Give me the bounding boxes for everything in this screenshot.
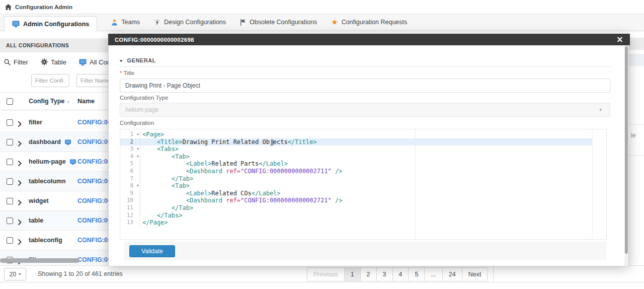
tab-configuration-requests[interactable]: ★Configuration Requests — [331, 14, 407, 31]
row-checkbox[interactable] — [7, 237, 13, 244]
general-section-header[interactable]: ▾ GENERAL — [120, 57, 156, 63]
scrollbar-thumb[interactable] — [625, 46, 628, 254]
tab-label: Teams — [121, 19, 140, 26]
row-checkbox[interactable] — [7, 218, 13, 224]
tab-obsolete-configurations[interactable]: Obsolete Configurations — [240, 14, 317, 31]
configuration-type-label: Configuration Type — [120, 95, 168, 101]
modal-header: CONFIG:0000000000002698 × — [108, 34, 630, 45]
expand-chevron-icon[interactable] — [18, 198, 22, 207]
modal-footer: Validate — [124, 242, 607, 260]
fold-caret-icon[interactable]: ▾ — [137, 153, 139, 161]
code-line-text: <Title>Drawing Print Related Objects</Ti… — [140, 138, 316, 146]
row-checkbox[interactable] — [7, 178, 13, 185]
sort-icon[interactable] — [67, 101, 69, 103]
horizontal-scrollbar[interactable] — [0, 258, 79, 263]
code-line-text: <Dashboard ref="CONFIG:0000000000002711"… — [140, 168, 342, 175]
tab-admin-configurations[interactable]: Admin Configurations — [4, 16, 97, 31]
code-line[interactable]: 2 <Title>Drawing Print Related Objects</… — [120, 138, 592, 146]
gear-icon — [41, 58, 48, 65]
gutter-line-number: 1▾ — [120, 131, 140, 138]
code-line[interactable]: 7 </Tab> — [120, 175, 592, 183]
code-line-text: </Tab> — [140, 204, 193, 212]
title-input[interactable] — [120, 79, 610, 93]
fold-caret-icon[interactable]: ▾ — [137, 146, 139, 153]
gutter-line-number: 7 — [120, 175, 140, 183]
gutter-line-number: 12 — [120, 212, 140, 220]
page-button-next[interactable]: Next — [462, 267, 488, 281]
search-icon — [4, 59, 11, 65]
gutter-line-number: 3▾ — [120, 146, 140, 153]
code-line[interactable]: 6 <Dashboard ref="CONFIG:000000000000271… — [120, 168, 592, 175]
code-line[interactable]: 10 <Dashboard ref="CONFIG:00000000000027… — [120, 197, 592, 204]
config-type-cell: table — [29, 217, 43, 224]
select-all-checkbox[interactable] — [7, 98, 13, 105]
page-title: Configuration Admin — [15, 4, 72, 10]
configuration-type-select: helium-page ▾ — [120, 103, 610, 117]
tab-design-configurations[interactable]: Design Configurations — [154, 14, 226, 31]
code-line[interactable]: 12 </Tabs> — [120, 212, 592, 220]
toolbar-filter[interactable]: Filter — [4, 58, 28, 66]
star-icon: ★ — [331, 19, 338, 26]
column-header-name[interactable]: Name — [77, 98, 95, 105]
page-button-[interactable]: ... — [424, 267, 442, 281]
code-line-text: </Page> — [140, 219, 168, 227]
expand-chevron-icon[interactable] — [18, 218, 22, 227]
fold-caret-icon[interactable]: ▾ — [137, 182, 139, 190]
tab-label: Configuration Requests — [342, 19, 408, 26]
code-line-text: <Label>Related Parts</Label> — [140, 160, 288, 168]
row-checkbox[interactable] — [7, 159, 13, 165]
configuration-label: Configuration — [120, 120, 154, 126]
toolbar-table[interactable]: Table — [41, 58, 66, 66]
tab-teams[interactable]: Teams — [111, 14, 140, 31]
gutter-line-number: 4▾ — [120, 153, 140, 161]
fold-caret-icon[interactable]: ▾ — [137, 131, 139, 138]
page-size-select[interactable]: 20 ▾ — [4, 268, 26, 280]
expand-chevron-icon[interactable] — [18, 179, 22, 188]
code-line[interactable]: 8▾ <Tab> — [120, 182, 592, 190]
gutter-line-number: 9 — [120, 190, 140, 197]
config-type-cell: tableconfig — [29, 237, 62, 244]
code-line[interactable]: 9 <Label>Related COs</Label> — [120, 190, 592, 197]
code-line[interactable]: 4▾ <Tab> — [120, 153, 592, 161]
code-line-text: <Tab> — [140, 182, 190, 190]
gutter-line-number: 8▾ — [120, 182, 140, 190]
code-line[interactable]: 3▾ <Tabs> — [120, 146, 592, 153]
close-icon[interactable]: × — [616, 35, 623, 44]
filter-config-type-input[interactable] — [31, 74, 69, 87]
code-editor[interactable]: 1▾<Page>2 <Title>Drawing Print Related O… — [120, 129, 607, 240]
configuration-type-value: helium-page — [125, 106, 158, 113]
editor-scroll-track — [592, 129, 593, 239]
code-line[interactable]: 5 <Label>Related Parts</Label> — [120, 160, 592, 168]
expand-chevron-icon[interactable] — [18, 120, 22, 129]
gutter-line-number: 2 — [120, 138, 140, 146]
code-line-text: <Tabs> — [140, 146, 179, 153]
column-header-config-type[interactable]: Config Type — [29, 98, 64, 105]
modal-scrollbar[interactable] — [624, 45, 628, 266]
expand-chevron-icon[interactable] — [18, 139, 22, 149]
configurations-icon — [79, 59, 87, 65]
validate-button[interactable]: Validate — [129, 245, 175, 257]
modal-title: CONFIG:0000000000002698 — [115, 37, 194, 43]
code-line[interactable]: 13</Page> — [120, 219, 592, 227]
row-checkbox[interactable] — [7, 198, 13, 204]
row-checkbox[interactable] — [7, 119, 13, 126]
page-button-24[interactable]: 24 — [442, 267, 462, 281]
page-button-1[interactable]: 1 — [344, 267, 361, 281]
code-line[interactable]: 11 </Tab> — [120, 204, 592, 212]
tab-label: Admin Configurations — [23, 21, 89, 28]
code-line[interactable]: 1▾<Page> — [120, 131, 592, 138]
page-button-4[interactable]: 4 — [392, 267, 409, 281]
config-type-cell: helium-page — [29, 158, 76, 165]
row-checkbox[interactable] — [7, 139, 13, 146]
chevron-down-icon: ▾ — [599, 107, 602, 112]
chevron-down-icon: ▾ — [19, 272, 21, 276]
home-icon[interactable] — [5, 4, 12, 10]
page-button-2[interactable]: 2 — [360, 267, 377, 281]
page-button-3[interactable]: 3 — [376, 267, 393, 281]
config-type-cell: filter — [29, 119, 42, 126]
expand-chevron-icon[interactable] — [18, 159, 22, 168]
page-button-5[interactable]: 5 — [408, 267, 425, 281]
page-button-previous[interactable]: Previous — [307, 267, 345, 281]
expand-chevron-icon[interactable] — [18, 238, 22, 247]
showing-entries-text: Showing 1 to 20 of 461 entries — [38, 270, 123, 277]
